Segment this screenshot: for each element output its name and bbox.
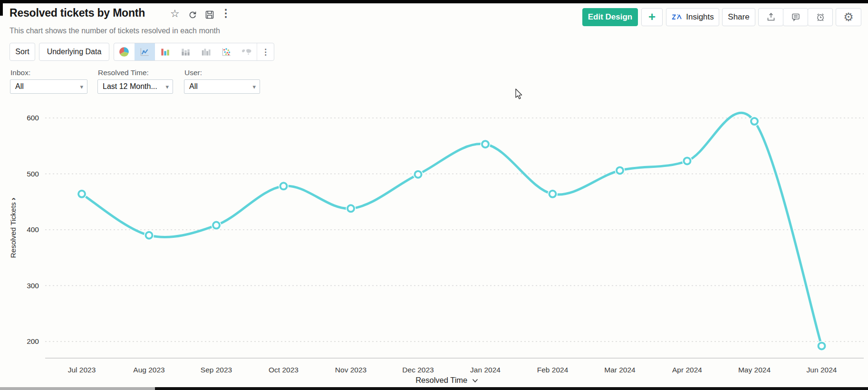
series-line — [82, 113, 822, 346]
save-icon[interactable] — [204, 10, 215, 20]
x-tick-label: May 2024 — [738, 366, 771, 374]
data-point-marker[interactable] — [146, 232, 153, 239]
progress-strip-elapsed — [0, 387, 155, 390]
progress-strip-remaining — [155, 387, 868, 390]
edit-design-button[interactable]: Edit Design — [582, 8, 638, 26]
inbox-filter-select[interactable]: All ▾ — [10, 79, 87, 94]
x-tick-label: Oct 2023 — [269, 366, 299, 374]
data-point-marker[interactable] — [751, 118, 758, 125]
export-button[interactable] — [758, 8, 783, 26]
filter-label-user: User: — [184, 68, 202, 77]
comment-icon — [791, 12, 801, 22]
data-point-halo — [346, 204, 356, 214]
chevron-down-icon — [472, 379, 478, 383]
x-tick-label: Sep 2023 — [201, 366, 232, 374]
chart-description: This chart shows the number of tickets r… — [10, 27, 220, 35]
data-point-marker[interactable] — [415, 171, 422, 178]
top-border-strip — [0, 0, 868, 3]
y-axis-title-label: Resolved Tickets — [9, 202, 17, 258]
x-tick-label: Nov 2023 — [335, 366, 366, 374]
x-axis-title-label: Resolved Time — [415, 376, 467, 384]
y-tick-label: 500 — [27, 170, 39, 178]
caret-down-icon: ▾ — [165, 80, 169, 94]
chart-type-map-icon[interactable] — [236, 43, 257, 60]
export-icon — [766, 12, 776, 22]
settings-button[interactable]: ⚙ — [836, 8, 861, 26]
y-tick-label: 200 — [27, 337, 39, 345]
chart-type-bar-icon[interactable] — [155, 43, 175, 60]
data-point-marker[interactable] — [819, 342, 825, 349]
x-tick-label: Jun 2024 — [807, 366, 837, 374]
y-axis-title[interactable]: Resolved Tickets› — [9, 192, 18, 263]
chart-type-grouped-bar-icon[interactable] — [196, 43, 216, 60]
add-button[interactable]: + — [641, 8, 663, 26]
mouse-cursor-icon — [513, 88, 524, 100]
caret-down-icon: ▾ — [80, 80, 83, 94]
data-point-marker[interactable] — [617, 167, 623, 174]
underlying-data-button[interactable]: Underlying Data — [39, 43, 109, 61]
axis-collapse-chevron-icon: › — [9, 198, 18, 201]
data-point-marker[interactable] — [280, 183, 287, 189]
resolved-time-filter-select[interactable]: Last 12 Month... ▾ — [97, 79, 173, 94]
resolved-time-filter-value: Last 12 Month... — [103, 82, 157, 90]
comments-button[interactable] — [783, 8, 808, 26]
x-tick-label: Jul 2023 — [68, 366, 96, 374]
data-point-halo — [817, 341, 827, 351]
chart-type-switcher: ⋮ — [114, 43, 274, 61]
chart-type-scatter-icon[interactable] — [216, 43, 236, 60]
data-point-halo — [750, 117, 760, 127]
data-point-marker[interactable] — [684, 157, 691, 164]
filter-label-resolved-time: Resolved Time: — [98, 68, 149, 77]
data-point-halo — [212, 220, 222, 230]
sort-button[interactable]: Sort — [10, 43, 35, 61]
analytics-app-window: Resolved tickets by Month ☆ ⋮ This chart… — [0, 0, 868, 390]
refresh-icon[interactable] — [187, 10, 198, 20]
data-point-halo — [481, 139, 491, 149]
y-tick-label: 300 — [27, 282, 39, 290]
x-tick-label: Dec 2023 — [402, 366, 434, 374]
inbox-filter-value: All — [15, 82, 24, 90]
caret-down-icon: ▾ — [252, 80, 256, 94]
filter-label-inbox: Inbox: — [10, 68, 30, 77]
data-point-halo — [615, 166, 625, 176]
zia-icon — [671, 13, 683, 21]
x-tick-label: Apr 2024 — [672, 366, 702, 374]
chart-type-line-icon[interactable] — [135, 43, 155, 60]
x-tick-label: Aug 2023 — [133, 366, 164, 374]
y-tick-label: 600 — [27, 114, 39, 122]
favorite-star-icon[interactable]: ☆ — [170, 9, 180, 19]
insights-button-label: Insights — [686, 9, 714, 26]
insights-button[interactable]: Insights — [666, 8, 719, 26]
chart-type-more-kebab-icon[interactable]: ⋮ — [257, 43, 274, 60]
data-point-halo — [144, 230, 154, 240]
share-button[interactable]: Share — [722, 8, 755, 26]
user-filter-select[interactable]: All ▾ — [184, 79, 260, 94]
title-menu-kebab-icon[interactable]: ⋮ — [221, 8, 231, 19]
chart-type-pie-icon[interactable] — [114, 43, 135, 60]
user-filter-value: All — [189, 82, 198, 90]
gear-icon: ⚙ — [843, 9, 854, 26]
data-point-halo — [682, 156, 692, 166]
x-tick-label: Mar 2024 — [604, 366, 636, 374]
alerts-button[interactable] — [808, 8, 833, 26]
data-point-marker[interactable] — [482, 141, 489, 147]
data-point-marker[interactable] — [550, 191, 556, 197]
data-point-halo — [548, 189, 558, 199]
data-point-halo — [77, 189, 87, 199]
y-tick-label: 400 — [27, 225, 39, 234]
x-tick-label: Feb 2024 — [537, 366, 569, 374]
left-border-notch — [0, 3, 3, 16]
x-tick-label: Jan 2024 — [470, 366, 501, 374]
data-point-marker[interactable] — [347, 205, 354, 212]
chart-type-stacked-bar-icon[interactable] — [175, 43, 196, 60]
data-point-marker[interactable] — [78, 191, 85, 197]
alarm-clock-icon — [815, 12, 826, 22]
data-point-halo — [413, 169, 423, 179]
page-title: Resolved tickets by Month — [10, 7, 145, 20]
data-point-halo — [279, 181, 289, 191]
x-axis-title[interactable]: Resolved Time — [399, 376, 494, 385]
data-point-marker[interactable] — [213, 222, 220, 229]
